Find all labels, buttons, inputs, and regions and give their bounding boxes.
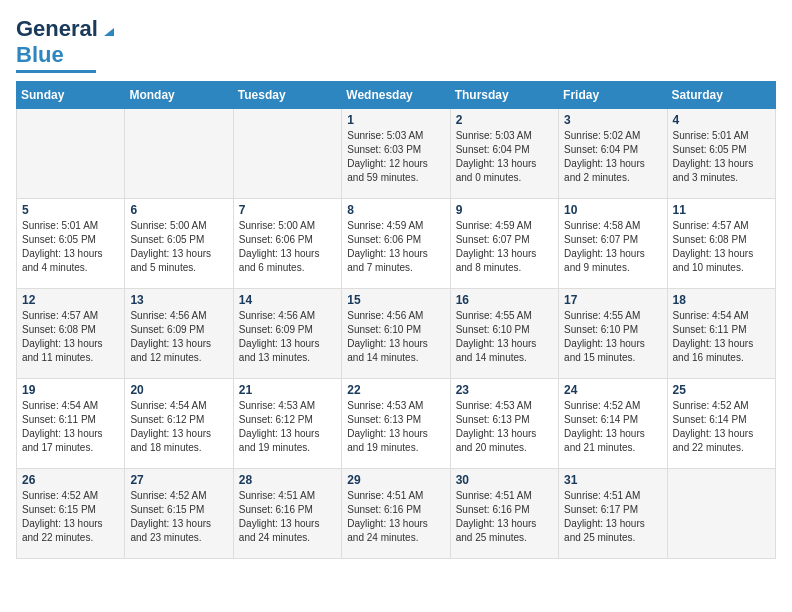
- cell-content: Sunrise: 4:51 AM Sunset: 6:16 PM Dayligh…: [239, 489, 336, 545]
- calendar-cell: [125, 109, 233, 199]
- calendar-cell: 11Sunrise: 4:57 AM Sunset: 6:08 PM Dayli…: [667, 199, 775, 289]
- header-row: SundayMondayTuesdayWednesdayThursdayFrid…: [17, 82, 776, 109]
- calendar-cell: 26Sunrise: 4:52 AM Sunset: 6:15 PM Dayli…: [17, 469, 125, 559]
- day-number: 12: [22, 293, 119, 307]
- day-number: 23: [456, 383, 553, 397]
- day-number: 13: [130, 293, 227, 307]
- day-header-sunday: Sunday: [17, 82, 125, 109]
- day-number: 24: [564, 383, 661, 397]
- logo-general-text: General: [16, 16, 98, 42]
- cell-content: Sunrise: 5:03 AM Sunset: 6:04 PM Dayligh…: [456, 129, 553, 185]
- day-number: 5: [22, 203, 119, 217]
- calendar-cell: 20Sunrise: 4:54 AM Sunset: 6:12 PM Dayli…: [125, 379, 233, 469]
- day-number: 3: [564, 113, 661, 127]
- day-number: 28: [239, 473, 336, 487]
- calendar-cell: 23Sunrise: 4:53 AM Sunset: 6:13 PM Dayli…: [450, 379, 558, 469]
- week-row-2: 5Sunrise: 5:01 AM Sunset: 6:05 PM Daylig…: [17, 199, 776, 289]
- calendar-cell: 10Sunrise: 4:58 AM Sunset: 6:07 PM Dayli…: [559, 199, 667, 289]
- cell-content: Sunrise: 4:52 AM Sunset: 6:14 PM Dayligh…: [564, 399, 661, 455]
- cell-content: Sunrise: 5:01 AM Sunset: 6:05 PM Dayligh…: [673, 129, 770, 185]
- week-row-3: 12Sunrise: 4:57 AM Sunset: 6:08 PM Dayli…: [17, 289, 776, 379]
- day-number: 17: [564, 293, 661, 307]
- calendar-cell: [233, 109, 341, 199]
- cell-content: Sunrise: 4:58 AM Sunset: 6:07 PM Dayligh…: [564, 219, 661, 275]
- calendar-cell: 22Sunrise: 4:53 AM Sunset: 6:13 PM Dayli…: [342, 379, 450, 469]
- day-number: 31: [564, 473, 661, 487]
- page-header: General Blue: [16, 16, 776, 73]
- calendar-cell: 29Sunrise: 4:51 AM Sunset: 6:16 PM Dayli…: [342, 469, 450, 559]
- day-header-wednesday: Wednesday: [342, 82, 450, 109]
- calendar-cell: 3Sunrise: 5:02 AM Sunset: 6:04 PM Daylig…: [559, 109, 667, 199]
- day-number: 14: [239, 293, 336, 307]
- calendar-cell: 15Sunrise: 4:56 AM Sunset: 6:10 PM Dayli…: [342, 289, 450, 379]
- cell-content: Sunrise: 4:53 AM Sunset: 6:13 PM Dayligh…: [347, 399, 444, 455]
- day-number: 18: [673, 293, 770, 307]
- day-number: 2: [456, 113, 553, 127]
- logo-underline: [16, 70, 96, 73]
- cell-content: Sunrise: 4:52 AM Sunset: 6:15 PM Dayligh…: [22, 489, 119, 545]
- logo: General Blue: [16, 16, 118, 73]
- cell-content: Sunrise: 4:56 AM Sunset: 6:09 PM Dayligh…: [130, 309, 227, 365]
- logo-arrow-icon: [100, 20, 118, 38]
- calendar-table: SundayMondayTuesdayWednesdayThursdayFrid…: [16, 81, 776, 559]
- day-number: 19: [22, 383, 119, 397]
- day-number: 10: [564, 203, 661, 217]
- calendar-header: SundayMondayTuesdayWednesdayThursdayFrid…: [17, 82, 776, 109]
- day-header-saturday: Saturday: [667, 82, 775, 109]
- calendar-cell: 7Sunrise: 5:00 AM Sunset: 6:06 PM Daylig…: [233, 199, 341, 289]
- calendar-cell: 6Sunrise: 5:00 AM Sunset: 6:05 PM Daylig…: [125, 199, 233, 289]
- calendar-cell: 24Sunrise: 4:52 AM Sunset: 6:14 PM Dayli…: [559, 379, 667, 469]
- cell-content: Sunrise: 4:53 AM Sunset: 6:13 PM Dayligh…: [456, 399, 553, 455]
- day-number: 27: [130, 473, 227, 487]
- cell-content: Sunrise: 4:54 AM Sunset: 6:12 PM Dayligh…: [130, 399, 227, 455]
- cell-content: Sunrise: 4:57 AM Sunset: 6:08 PM Dayligh…: [22, 309, 119, 365]
- calendar-cell: [667, 469, 775, 559]
- day-header-friday: Friday: [559, 82, 667, 109]
- day-number: 11: [673, 203, 770, 217]
- calendar-cell: 12Sunrise: 4:57 AM Sunset: 6:08 PM Dayli…: [17, 289, 125, 379]
- week-row-4: 19Sunrise: 4:54 AM Sunset: 6:11 PM Dayli…: [17, 379, 776, 469]
- day-number: 21: [239, 383, 336, 397]
- cell-content: Sunrise: 4:55 AM Sunset: 6:10 PM Dayligh…: [564, 309, 661, 365]
- cell-content: Sunrise: 4:59 AM Sunset: 6:06 PM Dayligh…: [347, 219, 444, 275]
- day-number: 22: [347, 383, 444, 397]
- cell-content: Sunrise: 4:51 AM Sunset: 6:17 PM Dayligh…: [564, 489, 661, 545]
- logo-blue-text: Blue: [16, 42, 64, 68]
- calendar-cell: 25Sunrise: 4:52 AM Sunset: 6:14 PM Dayli…: [667, 379, 775, 469]
- cell-content: Sunrise: 5:00 AM Sunset: 6:05 PM Dayligh…: [130, 219, 227, 275]
- day-number: 30: [456, 473, 553, 487]
- cell-content: Sunrise: 5:00 AM Sunset: 6:06 PM Dayligh…: [239, 219, 336, 275]
- day-header-thursday: Thursday: [450, 82, 558, 109]
- svg-marker-0: [104, 28, 114, 36]
- day-number: 8: [347, 203, 444, 217]
- day-number: 6: [130, 203, 227, 217]
- day-number: 4: [673, 113, 770, 127]
- calendar-cell: 27Sunrise: 4:52 AM Sunset: 6:15 PM Dayli…: [125, 469, 233, 559]
- calendar-cell: 30Sunrise: 4:51 AM Sunset: 6:16 PM Dayli…: [450, 469, 558, 559]
- day-header-tuesday: Tuesday: [233, 82, 341, 109]
- cell-content: Sunrise: 4:57 AM Sunset: 6:08 PM Dayligh…: [673, 219, 770, 275]
- day-number: 29: [347, 473, 444, 487]
- day-number: 7: [239, 203, 336, 217]
- cell-content: Sunrise: 5:01 AM Sunset: 6:05 PM Dayligh…: [22, 219, 119, 275]
- calendar-cell: 14Sunrise: 4:56 AM Sunset: 6:09 PM Dayli…: [233, 289, 341, 379]
- calendar-cell: [17, 109, 125, 199]
- calendar-cell: 2Sunrise: 5:03 AM Sunset: 6:04 PM Daylig…: [450, 109, 558, 199]
- day-number: 26: [22, 473, 119, 487]
- calendar-cell: 19Sunrise: 4:54 AM Sunset: 6:11 PM Dayli…: [17, 379, 125, 469]
- calendar-cell: 18Sunrise: 4:54 AM Sunset: 6:11 PM Dayli…: [667, 289, 775, 379]
- day-header-monday: Monday: [125, 82, 233, 109]
- cell-content: Sunrise: 4:54 AM Sunset: 6:11 PM Dayligh…: [673, 309, 770, 365]
- cell-content: Sunrise: 4:54 AM Sunset: 6:11 PM Dayligh…: [22, 399, 119, 455]
- cell-content: Sunrise: 4:51 AM Sunset: 6:16 PM Dayligh…: [347, 489, 444, 545]
- week-row-1: 1Sunrise: 5:03 AM Sunset: 6:03 PM Daylig…: [17, 109, 776, 199]
- cell-content: Sunrise: 4:59 AM Sunset: 6:07 PM Dayligh…: [456, 219, 553, 275]
- day-number: 15: [347, 293, 444, 307]
- cell-content: Sunrise: 4:51 AM Sunset: 6:16 PM Dayligh…: [456, 489, 553, 545]
- day-number: 16: [456, 293, 553, 307]
- calendar-body: 1Sunrise: 5:03 AM Sunset: 6:03 PM Daylig…: [17, 109, 776, 559]
- calendar-cell: 17Sunrise: 4:55 AM Sunset: 6:10 PM Dayli…: [559, 289, 667, 379]
- calendar-cell: 21Sunrise: 4:53 AM Sunset: 6:12 PM Dayli…: [233, 379, 341, 469]
- calendar-cell: 4Sunrise: 5:01 AM Sunset: 6:05 PM Daylig…: [667, 109, 775, 199]
- calendar-cell: 5Sunrise: 5:01 AM Sunset: 6:05 PM Daylig…: [17, 199, 125, 289]
